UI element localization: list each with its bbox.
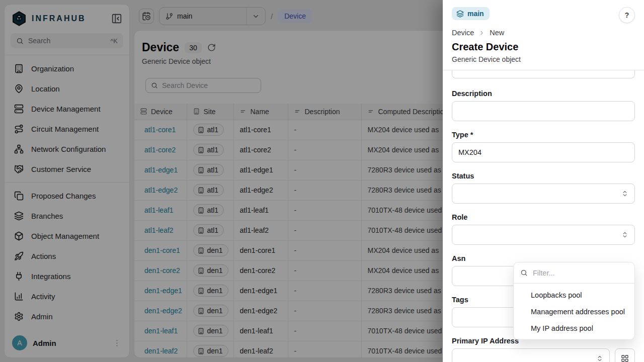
role-label: Role (452, 213, 635, 221)
chevrons-up-down-icon (621, 231, 628, 238)
type-label: Type * (452, 131, 635, 139)
chevrons-up-down-icon (621, 190, 628, 197)
chevrons-up-down-icon (596, 355, 603, 362)
description-textarea[interactable] (452, 101, 635, 121)
primary-ip-field: Primary IP Address (452, 337, 635, 362)
panel-breadcrumb: Device New (452, 29, 635, 37)
breadcrumb-current: New (490, 29, 504, 37)
description-label: Description (452, 89, 635, 98)
breadcrumb-parent: Device (452, 29, 474, 37)
role-field: Role (452, 213, 635, 245)
app-shell: INFRAHUB Search ^K Organization Location (0, 0, 644, 362)
dropdown-option[interactable]: Loopbacks pool (517, 287, 631, 303)
asn-label: Asn (452, 254, 635, 262)
search-icon (520, 269, 528, 277)
pool-picker-button[interactable] (615, 348, 635, 362)
dropdown-filter-input[interactable] (533, 269, 628, 277)
help-button[interactable]: ? (619, 7, 635, 23)
panel-title: Create Device (452, 41, 635, 53)
create-device-panel: main ? Device New Create Device Generic … (443, 0, 644, 362)
panel-subtitle: Generic Device object (452, 55, 635, 63)
clipped-input[interactable] (452, 70, 635, 78)
description-field: Description (452, 89, 635, 121)
layers-icon (456, 10, 464, 18)
pool-dropdown: Loopbacks pool Management addresses pool… (513, 262, 635, 340)
chevron-right-icon (478, 30, 485, 36)
status-field: Status (452, 172, 635, 204)
status-select[interactable] (452, 184, 635, 204)
status-label: Status (452, 172, 635, 180)
role-select[interactable] (452, 225, 635, 245)
panel-header: main ? Device New Create Device Generic … (443, 0, 644, 70)
dropdown-option[interactable]: My IP address pool (517, 320, 631, 336)
type-field: Type * (452, 131, 635, 162)
dropdown-options: Loopbacks pool Management addresses pool… (514, 284, 634, 339)
primary-ip-select[interactable] (452, 348, 610, 362)
grid-icon (621, 354, 629, 362)
branch-badge: main (452, 7, 490, 20)
type-input[interactable] (452, 142, 635, 162)
dropdown-option[interactable]: Management addresses pool (517, 303, 631, 320)
dropdown-filter[interactable] (514, 262, 634, 284)
